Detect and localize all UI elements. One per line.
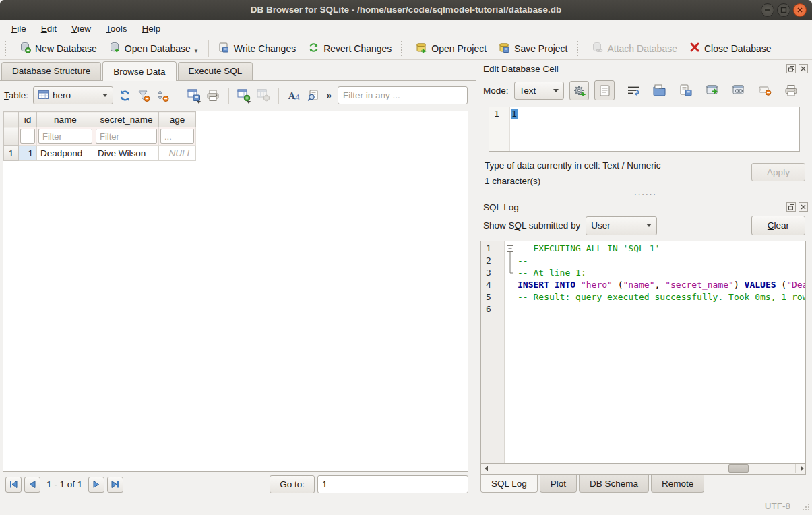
tab-execute-sql[interactable]: Execute SQL — [178, 62, 253, 80]
last-record-button[interactable] — [107, 477, 123, 493]
float-dock-button[interactable] — [786, 202, 796, 212]
toolbar-separator — [278, 88, 279, 104]
toolbar-drag-handle[interactable] — [577, 41, 582, 56]
cell-id[interactable]: 1 — [19, 146, 37, 161]
open-database-button[interactable]: Open Database ▼ — [103, 39, 205, 58]
previous-record-button[interactable] — [24, 477, 40, 493]
resize-grip[interactable] — [801, 502, 810, 513]
scroll-left-arrow[interactable] — [481, 464, 491, 473]
open-database-dropdown-arrow[interactable]: ▼ — [193, 48, 199, 55]
cell-age[interactable]: NULL — [159, 146, 196, 161]
filter-input-id[interactable] — [20, 129, 35, 144]
auto-switch-mode-button[interactable] — [569, 81, 589, 100]
dock-splitter-handle[interactable]: ······ — [479, 190, 812, 198]
open-project-button[interactable]: Open Project — [410, 39, 493, 58]
clear-log-button[interactable]: Clear — [751, 216, 805, 235]
tab-database-structure[interactable]: Database Structure — [1, 62, 101, 80]
first-record-button[interactable] — [5, 477, 22, 493]
cell-name[interactable]: Deadpond — [37, 146, 94, 161]
print-cell-button[interactable] — [784, 83, 799, 98]
tab-remote[interactable]: Remote — [651, 475, 704, 493]
filter-input-name[interactable] — [38, 129, 92, 144]
mode-combobox[interactable]: Text — [514, 82, 565, 100]
clear-sorting-button[interactable] — [156, 86, 170, 104]
export-to-file-button[interactable] — [679, 83, 693, 98]
insert-record-button[interactable] — [237, 86, 251, 104]
toolbar-drag-handle[interactable] — [401, 41, 406, 56]
tab-plot[interactable]: Plot — [540, 475, 577, 493]
column-header-id[interactable]: id — [19, 112, 37, 127]
tab-browse-data[interactable]: Browse Data — [102, 61, 176, 81]
column-header-age[interactable]: age — [159, 112, 196, 127]
tab-db-schema[interactable]: DB Schema — [579, 475, 649, 493]
menu-view[interactable]: View — [64, 22, 98, 36]
import-from-file-button[interactable] — [652, 83, 667, 98]
sql-log-line-number: 6 — [486, 303, 504, 315]
main-tab-bar: Database Structure Browse Data Execute S… — [0, 60, 476, 80]
close-database-button[interactable]: Close Database — [683, 39, 778, 57]
float-dock-button[interactable] — [786, 64, 796, 73]
menu-edit[interactable]: Edit — [34, 22, 64, 36]
tab-sql-log[interactable]: SQL Log — [480, 474, 538, 493]
svg-text:A: A — [293, 93, 300, 102]
open-in-external-button[interactable] — [705, 83, 720, 98]
clear-filters-button[interactable] — [137, 86, 151, 104]
next-record-button[interactable] — [88, 477, 104, 493]
fold-marker-icon[interactable] — [505, 243, 516, 255]
sql-log-line-number: 5 — [486, 291, 504, 303]
data-grid: id name secret_name age — [3, 111, 468, 472]
minimize-button[interactable] — [761, 3, 774, 17]
write-changes-button[interactable]: Write Changes — [212, 39, 302, 58]
project-save-icon — [499, 42, 510, 55]
browse-data-panel: Table: hero A — [0, 80, 476, 497]
column-header-name[interactable]: name — [37, 112, 94, 127]
filter-input-age[interactable] — [160, 129, 194, 144]
print-button[interactable] — [206, 86, 220, 104]
table-combobox[interactable]: hero — [33, 86, 113, 104]
toolbar-overflow-chevron[interactable]: » — [325, 90, 333, 100]
fold-margin — [505, 255, 516, 267]
apply-button[interactable]: Apply — [751, 163, 805, 181]
menu-help[interactable]: Help — [135, 22, 168, 36]
edit-display-format-button[interactable]: AA — [287, 86, 301, 104]
save-results-button[interactable] — [187, 86, 201, 104]
goto-record-input[interactable] — [317, 475, 468, 493]
close-database-icon — [689, 42, 700, 55]
new-database-button[interactable]: New Database — [13, 39, 103, 58]
close-dock-button[interactable] — [799, 202, 808, 212]
menu-bar: File Edit View Tools Help — [0, 20, 812, 37]
cell-secret-name[interactable]: Dive Wilson — [94, 146, 159, 161]
column-header-secret-name[interactable]: secret_name — [94, 112, 159, 127]
maximize-button[interactable] — [777, 3, 790, 17]
grid-filter-row — [4, 127, 196, 146]
sql-log-fold-margin[interactable] — [505, 241, 516, 463]
row-header[interactable]: 1 — [4, 146, 19, 161]
set-null-button[interactable] — [757, 83, 772, 98]
text-mode-button[interactable] — [594, 80, 615, 100]
save-project-button[interactable]: Save Project — [493, 39, 573, 58]
sql-log-view[interactable]: 123456 -- EXECUTING ALL IN 'SQL 1'---- A… — [480, 241, 806, 464]
goto-button[interactable]: Go to: — [270, 475, 315, 493]
refresh-button[interactable] — [118, 86, 132, 104]
delete-record-button[interactable] — [256, 86, 270, 104]
menu-file[interactable]: File — [4, 22, 34, 36]
sql-log-line: -- EXECUTING ALL IN 'SQL 1' — [518, 243, 805, 255]
close-dock-button[interactable] — [799, 64, 808, 73]
submitted-by-combobox[interactable]: User — [586, 216, 657, 235]
word-wrap-button[interactable] — [626, 83, 641, 98]
cell-editor[interactable]: 1 1 — [489, 107, 800, 152]
filter-any-column-input[interactable] — [338, 86, 468, 104]
menu-tools[interactable]: Tools — [98, 22, 135, 36]
scroll-right-arrow[interactable] — [795, 464, 805, 473]
sql-log-hscrollbar[interactable] — [480, 464, 806, 475]
revert-changes-button[interactable]: Revert Changes — [302, 39, 398, 58]
copy-link-button[interactable] — [731, 83, 746, 98]
close-button[interactable] — [793, 3, 807, 17]
cell-type-info: Type of data currently in cell: Text / N… — [485, 158, 661, 173]
scrollbar-thumb[interactable] — [728, 464, 749, 473]
find-in-table-button[interactable] — [307, 86, 321, 104]
filter-input-secret-name[interactable] — [96, 129, 157, 144]
title-bar: DB Browser for SQLite - /home/user/code/… — [0, 0, 812, 20]
grid-corner[interactable] — [4, 112, 19, 127]
toolbar-drag-handle[interactable] — [5, 41, 10, 56]
